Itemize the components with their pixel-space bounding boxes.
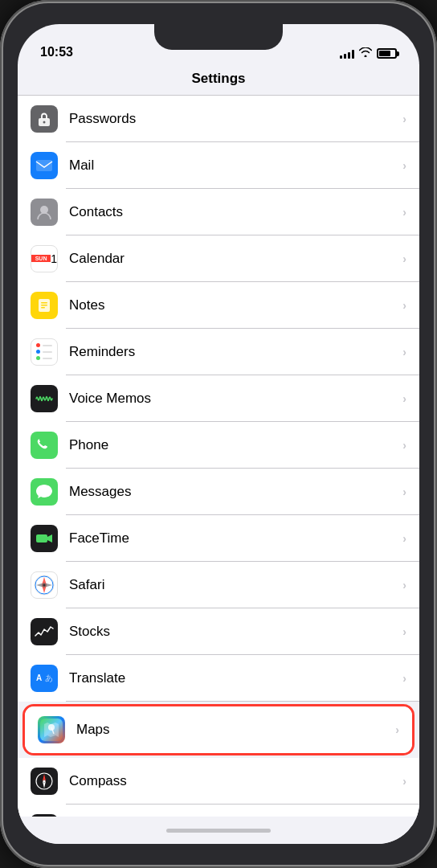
settings-item-contacts[interactable]: Contacts › xyxy=(18,189,419,235)
stocks-icon xyxy=(31,618,58,645)
maps-label: Maps xyxy=(76,722,395,738)
passwords-icon xyxy=(31,105,58,133)
voicememos-label: Voice Memos xyxy=(69,391,402,407)
compass-chevron: › xyxy=(402,775,406,788)
voicememos-chevron: › xyxy=(402,392,406,405)
phone-frame: 10:53 xyxy=(0,0,437,868)
reminders-icon xyxy=(31,338,58,366)
translate-icon: A あ xyxy=(31,665,58,692)
mail-chevron: › xyxy=(402,159,406,172)
settings-item-voicememos[interactable]: Voice Memos › xyxy=(18,375,419,422)
passwords-label: Passwords xyxy=(69,111,402,127)
svg-rect-6 xyxy=(41,305,47,306)
translate-label: Translate xyxy=(69,670,402,686)
home-indicator xyxy=(18,817,419,844)
phone-screen: 10:53 xyxy=(18,24,419,844)
svg-point-13 xyxy=(43,583,46,586)
maps-icon xyxy=(38,716,65,743)
notes-chevron: › xyxy=(402,299,406,312)
maps-chevron: › xyxy=(395,723,399,736)
settings-item-calendar[interactable]: SUN 1 Calendar › xyxy=(18,235,419,282)
wifi-icon xyxy=(359,47,372,59)
messages-icon xyxy=(31,478,58,506)
notes-label: Notes xyxy=(69,297,402,313)
contacts-chevron: › xyxy=(402,206,406,219)
safari-label: Safari xyxy=(69,577,402,593)
measure-icon xyxy=(31,814,58,817)
notch xyxy=(154,24,283,50)
settings-item-notes[interactable]: Notes › xyxy=(18,282,419,329)
phone-label: Phone xyxy=(69,437,402,453)
settings-item-measure[interactable]: Measure › xyxy=(18,805,419,817)
stocks-label: Stocks xyxy=(69,624,402,640)
svg-text:あ: あ xyxy=(45,674,53,682)
svg-rect-7 xyxy=(41,307,45,309)
mail-icon xyxy=(31,152,58,179)
messages-label: Messages xyxy=(69,484,402,500)
settings-item-translate[interactable]: A あ Translate › xyxy=(18,655,419,702)
settings-item-maps[interactable]: Maps › xyxy=(25,706,412,753)
settings-item-messages[interactable]: Messages › xyxy=(18,469,419,515)
contacts-label: Contacts xyxy=(69,204,402,220)
translate-chevron: › xyxy=(402,672,406,685)
voicememos-icon xyxy=(31,385,58,412)
status-time: 10:53 xyxy=(40,45,73,59)
settings-item-compass[interactable]: Compass › xyxy=(18,758,419,805)
maps-highlight-wrapper: Maps › xyxy=(22,704,415,755)
page-title: Settings xyxy=(191,71,245,86)
svg-rect-2 xyxy=(36,160,52,171)
facetime-chevron: › xyxy=(402,532,406,545)
phone-icon xyxy=(31,432,58,459)
signal-icon xyxy=(340,49,354,59)
svg-point-1 xyxy=(43,121,46,123)
settings-item-phone[interactable]: Phone › xyxy=(18,422,419,469)
calendar-icon: SUN 1 xyxy=(31,245,58,272)
compass-icon xyxy=(31,768,58,795)
battery-icon xyxy=(377,48,397,59)
passwords-chevron: › xyxy=(402,113,406,125)
compass-label: Compass xyxy=(69,773,402,789)
messages-chevron: › xyxy=(402,485,406,498)
calendar-chevron: › xyxy=(402,252,406,265)
home-bar xyxy=(166,829,271,833)
calendar-label: Calendar xyxy=(69,251,402,267)
settings-item-mail[interactable]: Mail › xyxy=(18,142,419,189)
settings-item-stocks[interactable]: Stocks › xyxy=(18,608,419,655)
nav-header: Settings xyxy=(18,64,419,95)
svg-rect-8 xyxy=(36,534,47,542)
svg-point-20 xyxy=(43,780,46,782)
reminders-label: Reminders xyxy=(69,344,402,360)
reminders-chevron: › xyxy=(402,346,406,358)
svg-text:A: A xyxy=(36,674,42,682)
settings-item-safari[interactable]: Safari › xyxy=(18,562,419,608)
phone-chevron: › xyxy=(402,439,406,452)
notes-icon xyxy=(31,292,58,319)
safari-chevron: › xyxy=(402,579,406,592)
facetime-icon xyxy=(31,525,58,552)
mail-label: Mail xyxy=(69,158,402,174)
svg-rect-5 xyxy=(41,302,47,304)
settings-item-passwords[interactable]: Passwords › xyxy=(18,96,419,142)
stocks-chevron: › xyxy=(402,625,406,638)
contacts-icon xyxy=(31,199,58,226)
settings-item-facetime[interactable]: FaceTime › xyxy=(18,515,419,562)
settings-list: Passwords › Mail › xyxy=(18,96,419,817)
settings-item-reminders[interactable]: Reminders › xyxy=(18,329,419,375)
status-icons xyxy=(340,47,397,59)
facetime-label: FaceTime xyxy=(69,530,402,547)
safari-icon xyxy=(31,571,58,599)
